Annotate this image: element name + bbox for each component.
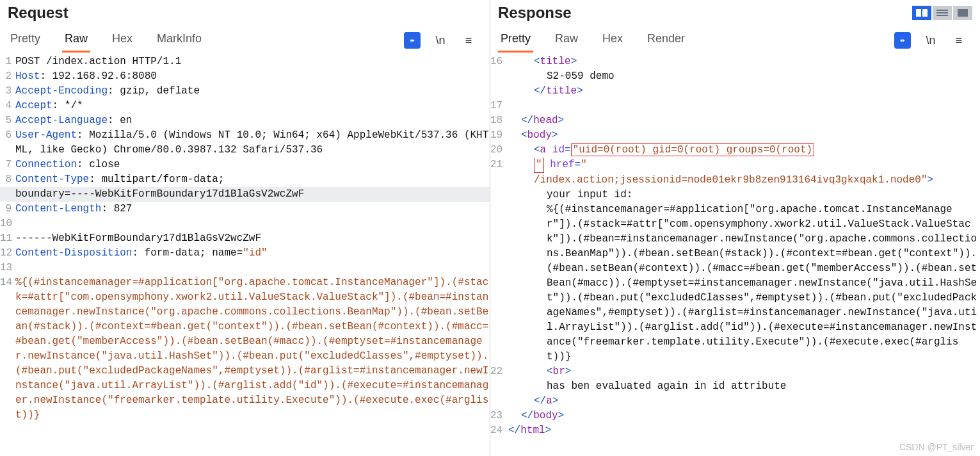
menu-icon-resp[interactable]: ≡ (951, 32, 967, 49)
wrap-icon[interactable]: \n (432, 32, 449, 49)
tab-pretty[interactable]: Pretty (8, 28, 43, 53)
actions-icon-resp[interactable]: ➠ (894, 32, 911, 49)
wrap-icon-resp[interactable]: \n (922, 32, 939, 49)
view-mode-buttons (912, 6, 972, 20)
watermark: CSDN @PT_silver (899, 442, 974, 452)
view-single-icon[interactable] (953, 6, 972, 20)
tab-hex[interactable]: Hex (109, 28, 135, 53)
boundary-line: boundary=----WebKitFormBoundary17d1BlaGs… (14, 187, 490, 202)
actions-icon[interactable]: ➠ (404, 32, 421, 49)
rce-output-highlight: "uid=0(root) gid=0(root) groups=0(root) (571, 143, 814, 156)
view-split-icon[interactable] (912, 6, 931, 20)
request-tabs: Pretty Raw Hex MarkInfo ➠ \n ≡ (0, 22, 490, 53)
tab-hex-resp[interactable]: Hex (600, 28, 625, 53)
tab-markinfo[interactable]: MarkInfo (154, 28, 204, 53)
tab-render-resp[interactable]: Render (645, 28, 687, 53)
tab-raw-resp[interactable]: Raw (552, 28, 581, 53)
tab-raw[interactable]: Raw (62, 28, 90, 53)
request-title: Request (8, 4, 68, 22)
response-panel: Response Pretty Raw Hex Render ➠ \n ≡ 16… (490, 0, 980, 456)
response-viewer[interactable]: 16<title> S2-059 demo </title> 17 18</he… (490, 53, 980, 456)
response-title: Response (498, 4, 572, 22)
response-tabs: Pretty Raw Hex Render ➠ \n ≡ (490, 22, 980, 53)
view-stack-icon[interactable] (933, 6, 952, 20)
response-payload: %{(#instancemanager=#application["org.ap… (504, 202, 980, 364)
request-panel: Request Pretty Raw Hex MarkInfo ➠ \n ≡ 1… (0, 0, 490, 456)
request-payload: %{(#instancemanager=#application["org.ap… (14, 275, 490, 423)
request-line: POST /index.action HTTP/1.1 (14, 54, 490, 69)
request-editor[interactable]: 1POST /index.action HTTP/1.1 2Host: 192.… (0, 53, 490, 456)
tab-pretty-resp[interactable]: Pretty (498, 28, 533, 53)
menu-icon[interactable]: ≡ (460, 32, 477, 49)
